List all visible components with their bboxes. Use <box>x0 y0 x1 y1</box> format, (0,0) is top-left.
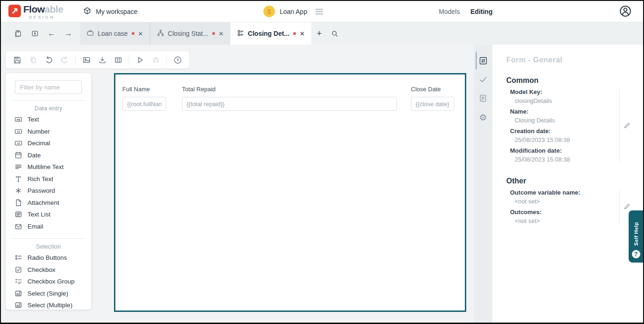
svg-text:12: 12 <box>17 130 20 133</box>
menu-icon[interactable] <box>315 9 323 14</box>
palette-item-multiline[interactable]: Multiline Text <box>6 161 91 173</box>
undo-icon[interactable] <box>43 54 55 66</box>
property-creation-date: Creation date: 25/08/2023 15:08:38 <box>510 128 612 143</box>
select-multiple-icon <box>14 301 22 309</box>
app-window: Flowable DESIGN My workspace $ Loan App … <box>0 0 644 324</box>
debug-icon <box>150 54 162 66</box>
forward-arrow-icon[interactable]: → <box>63 28 74 39</box>
form-design-surface[interactable]: Full Name Total Repaid Close Date <box>114 73 466 312</box>
select-single-icon <box>14 290 22 297</box>
form-field-total-repaid[interactable]: Total Repaid <box>182 86 397 111</box>
palette-item-richtext[interactable]: Rich Text <box>6 173 91 185</box>
app-coin-icon: $ <box>263 6 275 17</box>
image-export-icon[interactable] <box>80 54 93 66</box>
save-all-icon[interactable] <box>13 28 23 39</box>
field-label: Full Name <box>122 86 166 93</box>
process-icon <box>157 29 164 38</box>
filter-input[interactable] <box>15 80 82 94</box>
palette-item-checkbox[interactable]: Checkbox <box>6 264 91 276</box>
palette-item-attachment[interactable]: Attachment <box>6 197 91 209</box>
palette-item-text[interactable]: AB Text <box>6 114 91 126</box>
tab-closing-details[interactable]: Closing Det... ✕ <box>230 22 311 45</box>
close-all-icon[interactable] <box>30 28 40 39</box>
palette-item-password[interactable]: Password <box>6 185 91 197</box>
save-icon[interactable] <box>11 54 23 66</box>
back-arrow-icon[interactable]: ← <box>47 28 57 39</box>
palette-section-title: Selection <box>6 239 91 252</box>
component-palette: Data entry AB Text 12 Number 12 Decimal … <box>6 73 91 310</box>
palette-item-decimal[interactable]: 12 Decimal <box>6 137 91 149</box>
case-icon <box>87 29 94 38</box>
redo-icon <box>59 54 71 66</box>
palette-item-select-single[interactable]: Select (Single) <box>6 288 91 300</box>
field-label: Total Repaid <box>182 86 397 93</box>
play-icon[interactable] <box>134 54 146 66</box>
tab-label: Closing Stat... <box>168 30 208 37</box>
validation-check-icon[interactable] <box>474 71 492 87</box>
nav-models[interactable]: Models <box>439 8 460 15</box>
field-label: Close Date <box>411 86 454 93</box>
palette-item-date[interactable]: Date <box>6 149 91 162</box>
import-icon[interactable] <box>96 54 108 66</box>
text-list-icon <box>14 210 22 218</box>
add-tab-icon[interactable]: + <box>311 22 327 45</box>
common-fields-group: Model Key: closingDetails Name: Closing … <box>510 88 643 163</box>
tab-loan-case[interactable]: Loan case ✕ <box>80 22 150 45</box>
decimal-field-icon: 12 <box>14 139 22 147</box>
nav-editing[interactable]: Editing <box>470 8 492 15</box>
palette-item-checkboxgroup[interactable]: Checkbox Group <box>6 276 91 288</box>
properties-panel: Form - General Common Model Key: closing… <box>492 45 643 323</box>
help-icon[interactable]: ? <box>172 54 184 66</box>
palette-item-number[interactable]: 12 Number <box>6 126 91 138</box>
attachment-icon <box>14 199 22 207</box>
tab-close-icon[interactable]: ✕ <box>300 30 305 37</box>
editor-toolbar: ? <box>6 51 189 68</box>
form-icon <box>237 29 244 38</box>
search-icon[interactable] <box>327 22 343 45</box>
palette-section-title: Data entry <box>6 101 91 114</box>
number-field-icon: 12 <box>14 128 22 135</box>
section-title-other: Other <box>506 177 643 185</box>
paste-icon <box>27 54 39 66</box>
other-fields-group: Outcome variable name: <not set> Outcome… <box>510 189 643 224</box>
field-value-input[interactable] <box>182 97 397 111</box>
palette-item-textlist[interactable]: Text List <box>6 209 91 221</box>
edit-common-pencil-icon[interactable] <box>623 122 631 131</box>
field-value-input[interactable] <box>122 97 166 111</box>
palette-item-select-multiple[interactable]: Select (Multiple) <box>6 299 91 310</box>
tab-label: Closing Det... <box>248 30 289 37</box>
property-outcomes: Outcomes: <not set> <box>510 209 612 224</box>
tab-close-icon[interactable]: ✕ <box>219 30 224 37</box>
unsaved-dot <box>132 32 134 35</box>
tab-close-icon[interactable]: ✕ <box>138 30 143 37</box>
checkbox-group-icon <box>14 277 22 285</box>
top-bar: Flowable DESIGN My workspace $ Loan App … <box>1 1 643 22</box>
project-selector[interactable]: $ Loan App <box>263 6 323 17</box>
tab-label: Loan case <box>98 30 128 37</box>
radio-buttons-icon <box>14 254 22 262</box>
field-value-input[interactable] <box>411 97 454 111</box>
palette-item-email[interactable]: Email <box>6 221 91 233</box>
documentation-icon[interactable] <box>474 90 492 106</box>
tab-bar: ← → Loan case ✕ Closing Stat... ✕ Closin… <box>1 22 643 45</box>
multiline-text-icon <box>14 163 22 171</box>
self-help-tab[interactable]: Self Help ? <box>629 210 643 263</box>
help-bubble-icon: ? <box>632 250 640 258</box>
workspace-selector[interactable]: My workspace <box>83 7 137 17</box>
unsaved-dot <box>212 32 215 35</box>
password-icon <box>14 187 22 195</box>
tab-closing-state[interactable]: Closing Stat... ✕ <box>150 22 230 45</box>
columns-layout-icon[interactable] <box>112 54 124 66</box>
form-field-close-date[interactable]: Close Date <box>411 86 454 111</box>
form-field-full-name[interactable]: Full Name <box>122 86 166 111</box>
self-help-label: Self Help <box>633 222 639 246</box>
user-avatar-icon[interactable] <box>619 5 632 20</box>
form-properties-icon[interactable] <box>474 53 492 68</box>
rich-text-icon <box>14 175 22 183</box>
settings-gear-icon[interactable]: ⚙ <box>474 109 492 125</box>
workspace-cube-icon <box>83 7 92 17</box>
main-area: ? Data entry AB Text 12 Number <box>1 45 643 323</box>
palette-item-radio[interactable]: Radio Buttons <box>6 252 91 264</box>
property-name: Name: Closing Details <box>510 108 612 124</box>
svg-text:AB: AB <box>17 118 20 121</box>
